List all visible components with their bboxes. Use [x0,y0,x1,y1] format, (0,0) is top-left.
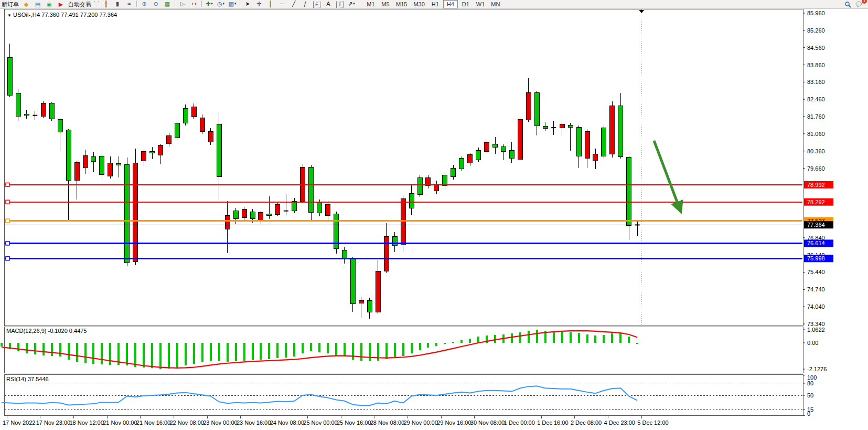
time-tick-label: 25 Nov 16:00 [337,419,371,426]
candle [610,101,615,157]
price-tag: 77.364 [804,221,833,228]
timeframe-mn-button[interactable]: MN [488,1,502,8]
candle [518,118,522,161]
rsi-pane [4,374,803,415]
price-tag: 78.292 [804,198,833,206]
bar-chart-icon: ╫ [104,0,108,7]
timeframe-m5-button[interactable]: M5 [379,1,392,8]
rsi-label: RSI(14) 37.5446 [6,376,49,382]
candle [334,212,339,254]
candle [350,257,355,312]
resistance-line-1-anchor[interactable] [6,183,9,186]
text-icon[interactable]: A [323,0,334,7]
periods-clock-icon[interactable]: ◷▾ [216,0,226,7]
templates-icon[interactable]: ▨▾ [227,0,238,7]
timeframe-h1-button[interactable]: H1 [428,1,442,8]
price-tag: 76.614 [804,239,833,247]
search-icon[interactable] [842,1,853,8]
support-line-2-anchor[interactable] [6,257,9,260]
zoom-in-icon[interactable]: ⊕ [139,0,149,7]
timeframe-m15-button[interactable]: M15 [393,1,410,8]
symbol-ohlc-line: ▼ USOil-,H4 77.360 77.491 77.200 77.364 [7,12,117,18]
main-pane [4,9,803,326]
chat-icon[interactable]: 1 [854,1,864,8]
terminal-icon[interactable]: ▤ [33,1,43,8]
add-indicator-icon-dropdown[interactable]: ▾ [211,0,213,7]
svg-text:78.992: 78.992 [807,182,825,188]
autotrade-button[interactable]: 自动交易 [67,1,92,8]
crosshair-icon[interactable]: ✛ [254,0,264,7]
macd-label: MACD(12,26,9) -0.1020 0.4475 [6,328,87,334]
line-chart-icon[interactable]: ≈ [124,0,134,7]
tile-windows-icon: ▦ [165,0,170,7]
resistance-line-2-anchor[interactable] [6,200,9,204]
trendline-icon[interactable]: ╱ [288,0,299,7]
candle-chart-icon: ▮ [116,0,119,7]
periods-clock-icon-dropdown[interactable]: ▾ [223,0,225,7]
candle [459,156,464,171]
toolbar: 新订单 ◆▤◉▶ 自动交易 ╫▮≈⊕⊖▦▷↦✚▾◷▾▨▾➤✛│─╱ƒFAT⇗▾ … [0,0,868,9]
svg-text:77.364: 77.364 [807,222,825,228]
price-tick-label: 74.740 [807,286,825,292]
templates-icon: ▨ [229,0,234,7]
time-tick-label: 29 Nov 16:00 [437,419,471,426]
svg-text:76.614: 76.614 [807,240,825,246]
fibo-channel-icon: F [313,1,320,8]
signal-icon[interactable]: ◉ [44,1,55,8]
timeframe-m1-button[interactable]: M1 [364,1,378,8]
symbol-dropdown-icon[interactable]: ▼ [7,13,12,18]
price-tick-label: 85.960 [807,10,825,16]
autotrade-icon[interactable]: ▶ [56,1,66,8]
price-tick-label: 84.560 [807,45,825,51]
timeframe-w1-button[interactable]: W1 [474,1,488,8]
shapes-icon[interactable]: ⇗▾ [346,0,357,7]
periods-clock-icon: ◷ [217,0,222,7]
pivot-line-anchor[interactable] [6,219,9,223]
price-tick-label: 74.040 [807,303,825,310]
fibo-channel-icon[interactable]: F [312,1,322,8]
timeframe-h4-button[interactable]: H4 [443,0,458,8]
price-tick-label: 82.460 [807,96,825,102]
time-tick-label: 28 Nov 08:00 [370,419,404,426]
timeframe-d1-button[interactable]: D1 [459,1,473,8]
funnel-icon: ◆ [24,1,28,8]
cursor-icon[interactable]: ➤ [242,0,253,7]
macd-tick-label: 1.0622 [807,327,825,333]
text-icon: A [326,0,330,7]
time-axis[interactable]: 17 Nov 202217 Nov 23:0018 Nov 12:0021 No… [3,416,669,426]
support-line-1-anchor[interactable] [6,242,9,245]
time-tick-label: 24 Nov 08:00 [270,419,304,426]
vertical-line-icon: │ [269,0,273,7]
add-indicator-icon[interactable]: ✚▾ [204,0,215,7]
horizontal-line-icon[interactable]: ─ [277,0,287,7]
candle-chart-icon[interactable]: ▮ [112,0,123,7]
candle [49,102,54,121]
candle [133,149,138,265]
templates-icon-dropdown[interactable]: ▾ [234,0,237,7]
macd-tick-label: 0.00 [807,340,818,346]
crosshair-icon: ✛ [256,0,261,7]
svg-text:78.292: 78.292 [807,199,825,205]
tile-windows-icon[interactable]: ▦ [162,0,173,7]
candle [125,158,130,266]
fibonacci-icon[interactable]: ƒ [300,0,310,7]
symbol-label: USOil-,H4 [13,12,40,18]
candle [0,26,4,65]
bar-chart-icon[interactable]: ╫ [101,0,111,7]
zoom-out-icon[interactable]: ⊖ [151,0,161,7]
chart-shift-icon[interactable]: ↦ [189,0,199,7]
trendline-icon: ╱ [292,0,296,7]
funnel-icon[interactable]: ◆ [21,1,31,8]
auto-scroll-icon: ▷ [180,0,185,7]
label-icon[interactable]: T [335,1,345,8]
chart-shift-icon: ↦ [191,0,196,7]
time-tick-label: 17 Nov 23:00 [36,419,70,426]
rsi-tick-label: 80 [807,380,813,386]
new-order-button[interactable]: 新订单 [1,1,20,8]
price-axis[interactable]: 85.96085.26084.56083.86083.16082.46081.7… [803,10,833,327]
shapes-icon-dropdown[interactable]: ▾ [353,0,355,7]
auto-scroll-icon[interactable]: ▷ [177,0,188,7]
vertical-line-icon[interactable]: │ [265,0,276,7]
ohlc-high: 77.491 [61,12,79,18]
timeframe-m30-button[interactable]: M30 [411,1,427,8]
